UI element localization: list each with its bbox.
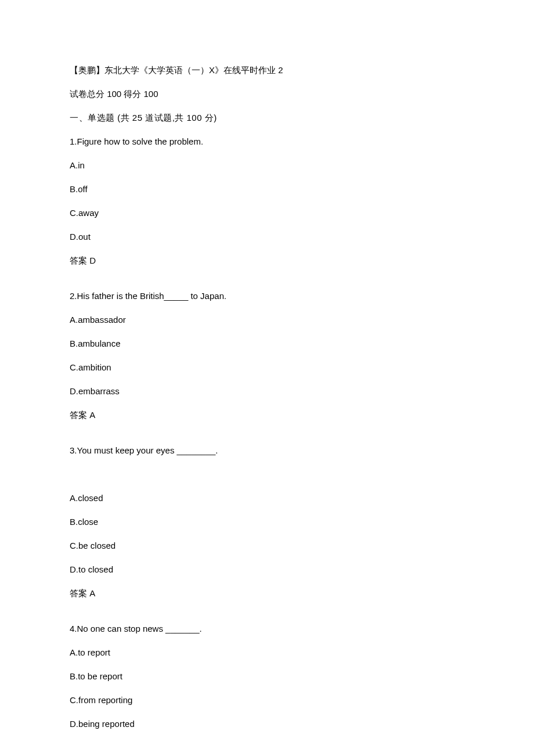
question-2: 2.His father is the British_____ to Japa…	[70, 290, 464, 421]
question-blank-line	[70, 468, 464, 480]
question-stem: 3.You must keep your eyes ________.	[70, 444, 464, 456]
question-option: D.being reported	[70, 718, 464, 730]
question-option: B.ambulance	[70, 337, 464, 350]
question-option: A.in	[70, 159, 464, 171]
question-option: C.away	[70, 207, 464, 219]
question-3: 3.You must keep your eyes ________. A.cl…	[70, 444, 464, 599]
score-line: 试卷总分 100 得分 100	[70, 88, 464, 100]
question-option: A.closed	[70, 492, 464, 504]
question-option: D.out	[70, 231, 464, 243]
question-option: D.embarrass	[70, 385, 464, 397]
question-4: 4.No one can stop news _______. A.to rep…	[70, 622, 464, 730]
question-answer: 答案 D	[70, 254, 464, 267]
section-heading: 一、单选题 (共 25 道试题,共 100 分)	[70, 111, 464, 124]
question-option: B.off	[70, 183, 464, 195]
question-option: B.close	[70, 516, 464, 528]
document-title: 【奥鹏】东北大学《大学英语（一）X》在线平时作业 2	[70, 64, 464, 76]
question-option: C.from reporting	[70, 694, 464, 706]
question-answer: 答案 A	[70, 409, 464, 421]
question-stem: 1.Figure how to solve the problem.	[70, 135, 464, 147]
question-option: A.to report	[70, 646, 464, 658]
question-1: 1.Figure how to solve the problem. A.in …	[70, 135, 464, 267]
question-answer: 答案 A	[70, 587, 464, 599]
question-stem: 2.His father is the British_____ to Japa…	[70, 290, 464, 302]
question-option: C.be closed	[70, 539, 464, 552]
question-stem: 4.No one can stop news _______.	[70, 622, 464, 635]
question-option: A.ambassador	[70, 314, 464, 326]
question-option: C.ambition	[70, 361, 464, 373]
question-option: D.to closed	[70, 563, 464, 575]
question-option: B.to be report	[70, 670, 464, 682]
